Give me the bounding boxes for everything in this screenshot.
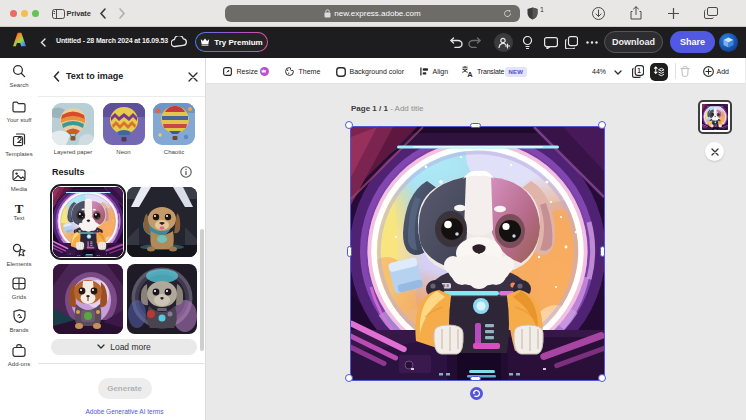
svg-text:1: 1 xyxy=(637,67,641,74)
svg-text:A: A xyxy=(467,70,473,77)
